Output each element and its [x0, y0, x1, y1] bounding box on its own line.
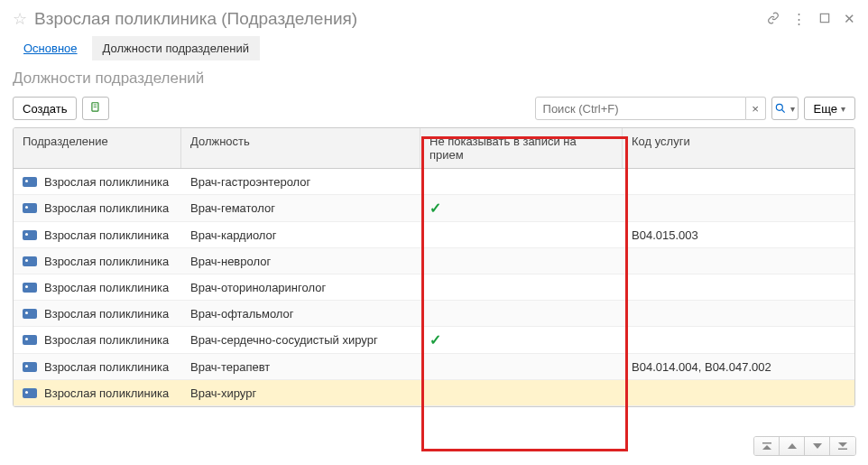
- section-title: Должности подразделений: [0, 70, 868, 97]
- cell-service-code: [623, 309, 854, 318]
- cell-service-code: [623, 388, 854, 397]
- nav-last-icon[interactable]: [830, 437, 855, 455]
- search-clear-button[interactable]: ×: [746, 97, 766, 120]
- table-body: Взрослая поликлиникаВрач-гастроэнтеролог…: [14, 169, 854, 406]
- chevron-down-icon: ▾: [790, 104, 795, 114]
- cell-hide-flag: [420, 230, 623, 239]
- more-button[interactable]: Еще ▾: [804, 97, 855, 120]
- cell-hide-flag: [420, 309, 623, 318]
- svg-rect-0: [820, 14, 828, 22]
- favorite-star-icon[interactable]: ☆: [13, 9, 27, 29]
- record-icon: [23, 203, 37, 213]
- checkmark-icon: ✓: [429, 331, 441, 349]
- cell-service-code: [623, 177, 854, 186]
- record-icon: [23, 283, 37, 293]
- cell-hide-flag: [420, 177, 623, 186]
- cell-hide-flag: ✓: [420, 195, 623, 221]
- table-row[interactable]: Взрослая поликлиникаВрач-терапевтB04.014…: [14, 354, 854, 380]
- toolbar: Создать × ▾ Еще ▾: [0, 97, 868, 127]
- table-row[interactable]: Взрослая поликлиникаВрач-невролог: [14, 248, 854, 274]
- record-icon: [23, 230, 37, 240]
- cell-service-code: [623, 283, 854, 292]
- table-row[interactable]: Взрослая поликлиникаВрач-оториноларингол…: [14, 274, 854, 301]
- cell-department-text: Взрослая поликлиника: [44, 228, 169, 242]
- cell-department-text: Взрослая поликлиника: [44, 281, 169, 294]
- record-icon: [23, 256, 37, 266]
- header-actions: ⋮ ✕: [767, 11, 855, 27]
- cell-department: Взрослая поликлиника: [14, 356, 181, 378]
- search-button[interactable]: ▾: [771, 97, 799, 120]
- svg-point-2: [776, 104, 782, 110]
- cell-department-text: Взрослая поликлиника: [44, 333, 169, 347]
- cell-service-code: B04.014.004, B04.047.002: [623, 356, 854, 378]
- tab-main[interactable]: Основное: [13, 36, 88, 60]
- cell-hide-flag: ✓: [420, 327, 623, 353]
- cell-position: Врач-кардиолог: [181, 224, 420, 246]
- svg-rect-4: [838, 449, 847, 451]
- search-input[interactable]: [535, 97, 746, 120]
- cell-department: Взрослая поликлиника: [14, 197, 181, 219]
- cell-department-text: Взрослая поликлиника: [44, 360, 169, 374]
- maximize-icon[interactable]: [818, 12, 831, 27]
- data-table: Подразделение Должность Не показывать в …: [13, 127, 855, 407]
- cell-position: Врач-невролог: [181, 250, 420, 273]
- cell-department-text: Взрослая поликлиника: [44, 307, 169, 321]
- tab-positions[interactable]: Должности подразделений: [92, 36, 260, 60]
- nav-down-icon[interactable]: [805, 437, 830, 455]
- cell-hide-flag: [420, 388, 623, 397]
- cell-position: Врач-терапевт: [181, 356, 420, 378]
- cell-position: Врач-оториноларинголог: [181, 276, 420, 299]
- table-header: Подразделение Должность Не показывать в …: [14, 128, 854, 169]
- column-department[interactable]: Подразделение: [14, 128, 181, 168]
- cell-position: Врач-сердечно-сосудистый хирург: [181, 329, 420, 351]
- record-icon: [23, 335, 37, 345]
- refresh-icon: [89, 101, 102, 116]
- cell-hide-flag: [420, 256, 623, 265]
- link-icon[interactable]: [767, 12, 780, 27]
- nav-up-icon[interactable]: [780, 437, 805, 455]
- close-icon[interactable]: ✕: [844, 11, 855, 27]
- table-row[interactable]: Взрослая поликлиникаВрач-гастроэнтеролог: [14, 169, 854, 195]
- record-icon: [23, 388, 37, 398]
- table-row[interactable]: Взрослая поликлиникаВрач-хирург: [14, 380, 854, 406]
- cell-department-text: Взрослая поликлиника: [44, 255, 169, 268]
- nav-first-icon[interactable]: [754, 437, 780, 455]
- record-icon: [23, 309, 37, 319]
- cell-department-text: Взрослая поликлиника: [44, 175, 169, 189]
- cell-position: Врач-хирург: [181, 382, 420, 405]
- svg-rect-3: [762, 442, 771, 444]
- refresh-button[interactable]: [82, 97, 109, 120]
- cell-department-text: Взрослая поликлиника: [44, 201, 169, 215]
- more-button-label: Еще: [814, 102, 837, 116]
- tabs: Основное Должности подразделений: [0, 36, 868, 70]
- record-icon: [23, 362, 37, 372]
- record-icon: [23, 177, 37, 187]
- cell-hide-flag: [420, 362, 623, 371]
- column-position[interactable]: Должность: [181, 128, 420, 168]
- cell-department: Взрослая поликлиника: [14, 224, 181, 246]
- cell-department: Взрослая поликлиника: [14, 171, 181, 193]
- search-box: ×: [535, 97, 766, 120]
- window-header: ☆ Взрослая поликлиника (Подразделения) ⋮…: [0, 0, 868, 36]
- table-row[interactable]: Взрослая поликлиникаВрач-офтальмолог: [14, 301, 854, 327]
- chevron-down-icon: ▾: [841, 104, 845, 114]
- table-row[interactable]: Взрослая поликлиникаВрач-кардиологB04.01…: [14, 222, 854, 248]
- table-row[interactable]: Взрослая поликлиникаВрач-сердечно-сосуди…: [14, 327, 854, 354]
- column-service-code[interactable]: Код услуги: [623, 128, 854, 168]
- cell-position: Врач-гематолог: [181, 197, 420, 219]
- cell-department-text: Взрослая поликлиника: [44, 386, 169, 400]
- cell-position: Врач-офтальмолог: [181, 302, 420, 325]
- cell-department: Взрослая поликлиника: [14, 250, 181, 273]
- cell-position: Врач-гастроэнтеролог: [181, 171, 420, 193]
- cell-service-code: B04.015.003: [623, 224, 854, 246]
- more-menu-icon[interactable]: ⋮: [792, 11, 806, 27]
- checkmark-icon: ✓: [429, 200, 441, 217]
- create-button[interactable]: Создать: [13, 97, 77, 120]
- cell-department: Взрослая поликлиника: [14, 276, 181, 299]
- column-hide-in-appointment[interactable]: Не показывать в записи на прием: [420, 128, 623, 168]
- cell-service-code: [623, 256, 854, 265]
- cell-hide-flag: [420, 283, 623, 292]
- window-title: Взрослая поликлиника (Подразделения): [34, 9, 767, 29]
- table-row[interactable]: Взрослая поликлиникаВрач-гематолог✓: [14, 195, 854, 222]
- table-nav-bar: [753, 436, 856, 456]
